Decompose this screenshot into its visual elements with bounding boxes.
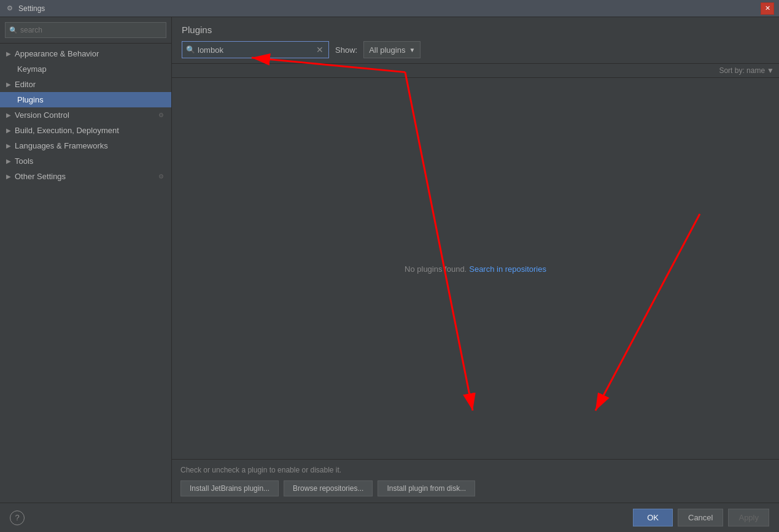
arrow-icon: ▶ [6, 50, 11, 57]
app-icon: ⚙ [5, 4, 15, 13]
sidebar-item-plugins[interactable]: Plugins [0, 92, 171, 107]
window-frame: ⚙ Settings ✕ 🔍 ▶ Appearance & Behavior [0, 0, 779, 532]
main-panel: Plugins 🔍 ✕ Show: All plugins ▼ [172, 17, 779, 503]
search-in-repos-link[interactable]: Search in repositories [469, 264, 546, 273]
plugin-search-input[interactable] [198, 45, 315, 55]
install-jetbrains-button[interactable]: Install JetBrains plugin... [180, 480, 279, 496]
sidebar-item-label: Appearance & Behavior [15, 49, 164, 58]
no-plugins-text: No plugins found. [405, 264, 467, 273]
arrow-icon: ▶ [6, 81, 11, 88]
search-icon: 🔍 [186, 45, 195, 54]
sidebar-search-icon: 🔍 [9, 26, 18, 34]
arrow-icon: ▶ [6, 173, 11, 180]
sidebar-nav: ▶ Appearance & Behavior Keymap ▶ Editor … [0, 44, 171, 503]
content-area: 🔍 ▶ Appearance & Behavior Keymap ▶ Edito… [0, 17, 779, 503]
arrow-icon: ▶ [6, 127, 11, 134]
sidebar-item-version-control[interactable]: ▶ Version Control ⚙ [0, 107, 171, 123]
action-buttons: OK Cancel Apply [633, 509, 769, 526]
search-row: 🔍 ✕ Show: All plugins ▼ [182, 41, 769, 58]
sidebar-item-label: Keymap [17, 64, 164, 74]
plugin-bottom: Check or uncheck a plugin to enable or d… [172, 459, 779, 503]
settings-icon: ⚙ [158, 112, 164, 118]
settings-icon: ⚙ [158, 173, 164, 180]
plugin-search-wrapper[interactable]: 🔍 ✕ [182, 41, 329, 58]
sidebar-item-label: Tools [15, 156, 164, 166]
arrow-icon: ▶ [6, 158, 11, 164]
install-from-disk-button[interactable]: Install plugin from disk... [378, 480, 475, 496]
no-plugins-message: No plugins found. Search in repositories [405, 264, 546, 273]
sidebar-item-languages[interactable]: ▶ Languages & Frameworks [0, 138, 171, 153]
plugin-action-buttons: Install JetBrains plugin... Browse repos… [180, 480, 770, 496]
sidebar-item-label: Version Control [15, 110, 158, 120]
title-bar: ⚙ Settings ✕ [0, 0, 779, 17]
sort-by-name[interactable]: Sort by: name [719, 66, 765, 75]
show-dropdown-value: All plugins [369, 45, 405, 55]
plugin-list-area: No plugins found. Search in repositories [172, 78, 779, 459]
sidebar-item-label: Build, Execution, Deployment [15, 126, 164, 135]
cancel-button[interactable]: Cancel [678, 509, 723, 526]
browse-repos-button[interactable]: Browse repositories... [284, 480, 373, 496]
plugin-hint: Check or uncheck a plugin to enable or d… [180, 466, 770, 474]
page-title: Plugins [182, 25, 769, 35]
sidebar-item-appearance[interactable]: ▶ Appearance & Behavior [0, 46, 171, 61]
window-title: Settings [18, 4, 761, 13]
sidebar-search-wrapper[interactable]: 🔍 [5, 22, 166, 38]
sidebar-item-label: Plugins [17, 95, 164, 104]
sort-row: Sort by: name ▼ [172, 64, 779, 78]
sidebar-item-label: Other Settings [15, 172, 158, 181]
sidebar-item-keymap[interactable]: Keymap [0, 61, 171, 77]
apply-button[interactable]: Apply [728, 509, 769, 526]
arrow-icon: ▶ [6, 112, 11, 118]
sidebar-item-build[interactable]: ▶ Build, Execution, Deployment [0, 123, 171, 138]
sidebar-item-label: Editor [15, 80, 164, 89]
clear-search-button[interactable]: ✕ [315, 45, 325, 55]
chevron-down-icon: ▼ [409, 47, 415, 53]
sidebar: 🔍 ▶ Appearance & Behavior Keymap ▶ Edito… [0, 17, 172, 503]
help-button[interactable]: ? [10, 511, 25, 525]
show-dropdown[interactable]: All plugins ▼ [363, 41, 421, 58]
sort-chevron-icon: ▼ [767, 66, 774, 75]
help-icon: ? [15, 513, 19, 522]
sidebar-search-area: 🔍 [0, 17, 171, 44]
arrow-icon: ▶ [6, 142, 11, 149]
sidebar-item-label: Languages & Frameworks [15, 141, 164, 150]
sidebar-item-tools[interactable]: ▶ Tools [0, 153, 171, 169]
main-container: 🔍 ▶ Appearance & Behavior Keymap ▶ Edito… [0, 17, 779, 532]
bottom-bar: ? OK Cancel Apply [0, 503, 779, 532]
ok-button[interactable]: OK [633, 509, 673, 526]
sidebar-item-other-settings[interactable]: ▶ Other Settings ⚙ [0, 169, 171, 184]
sidebar-item-editor[interactable]: ▶ Editor [0, 77, 171, 92]
close-button[interactable]: ✕ [761, 2, 774, 15]
sidebar-search-input[interactable] [20, 26, 162, 34]
show-label: Show: [335, 45, 357, 55]
panel-header: Plugins 🔍 ✕ Show: All plugins ▼ [172, 17, 779, 64]
right-panel: Plugins 🔍 ✕ Show: All plugins ▼ [172, 17, 779, 503]
